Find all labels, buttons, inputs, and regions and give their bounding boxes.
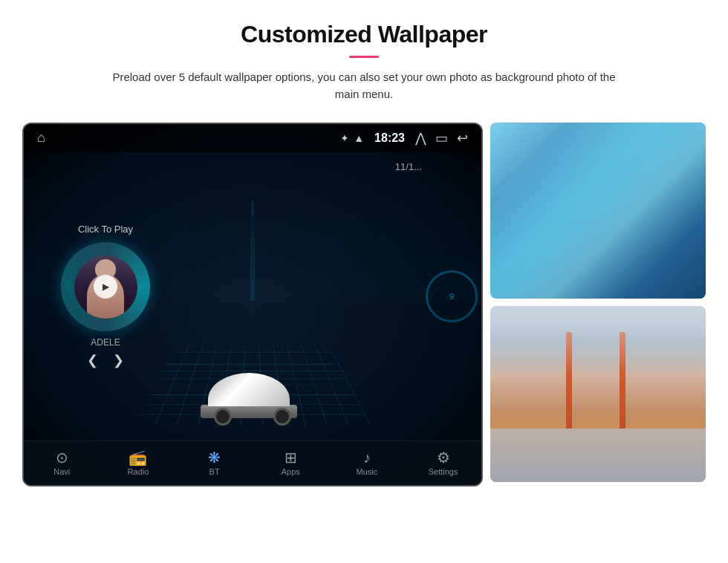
page-header: Customized Wallpaper Preload over 5 defa… [0,0,728,117]
bottom-navigation: ⊙ Navi 📻 Radio ❋ BT ⊞ Apps ♪ Music ⚙ Set… [24,440,481,485]
album-label: ADELE [91,337,120,348]
side-images [490,123,706,486]
speed-gauge: 9 [426,270,478,322]
navi-icon: ⊙ [56,450,68,465]
back-icon[interactable]: ↩ [457,130,468,146]
play-button[interactable]: ▶ [94,275,117,299]
wallpaper-bridge[interactable] [490,306,706,482]
gauge-right: 9 [422,152,481,440]
radio-label: Radio [128,467,149,476]
radio-icon: 📻 [129,450,147,465]
nav-settings[interactable]: ⚙ Settings [421,450,466,476]
bt-label: BT [209,467,220,476]
page-title: Customized Wallpaper [45,21,683,48]
apps-icon: ⊞ [285,450,297,465]
nav-radio[interactable]: 📻 Radio [116,450,160,476]
window-icon[interactable]: ▭ [435,130,448,146]
apps-label: Apps [282,467,300,476]
car-screen[interactable]: ⌂ ✦ ▲ 18:23 ⋀ ▭ ↩ 11/1... Click To Play [22,123,483,486]
next-button[interactable]: ❯ [113,352,124,368]
nav-music[interactable]: ♪ Music [345,450,389,476]
status-bar: ⌂ ✦ ▲ 18:23 ⋀ ▭ ↩ [24,124,481,152]
wallpaper-ice[interactable] [490,123,706,299]
music-icon: ♪ [363,450,371,465]
status-controls: ⋀ ▭ ↩ [415,130,468,146]
title-divider [349,56,379,58]
music-label: Music [357,467,378,476]
wifi-icon: ▲ [354,132,364,144]
prev-button[interactable]: ❮ [87,352,98,368]
music-player: Click To Play ▶ ADELE ❮ ❯ [24,152,187,440]
car-base [201,405,297,418]
main-content: ⌂ ✦ ▲ 18:23 ⋀ ▭ ↩ 11/1... Click To Play [0,123,728,486]
player-controls: ❮ ❯ [87,352,124,368]
nav-navi[interactable]: ⊙ Navi [39,450,84,476]
status-time: 18:23 [374,131,405,145]
status-right: ✦ ▲ 18:23 ⋀ ▭ ↩ [340,130,468,146]
ice-image [490,123,706,299]
car-silhouette [208,373,297,418]
album-art-container[interactable]: ▶ [61,242,150,331]
navi-label: Navi [53,467,70,476]
nav-apps[interactable]: ⊞ Apps [268,450,313,476]
car-body [208,373,290,406]
expand-icon[interactable]: ⋀ [415,130,426,146]
bt-icon: ❋ [208,450,221,465]
bridge-image [490,306,706,482]
settings-icon: ⚙ [437,450,450,465]
home-icon[interactable]: ⌂ [37,130,45,146]
page-description: Preload over 5 default wallpaper options… [104,68,624,103]
status-icons: ✦ ▲ [340,132,364,144]
bluetooth-icon: ✦ [340,132,349,144]
date-badge: 11/1... [395,161,422,172]
car-wheel-left [214,408,232,426]
car-wheel-right [273,408,291,426]
nav-bt[interactable]: ❋ BT [192,450,237,476]
click-to-play-label: Click To Play [78,224,133,235]
settings-label: Settings [429,467,458,476]
